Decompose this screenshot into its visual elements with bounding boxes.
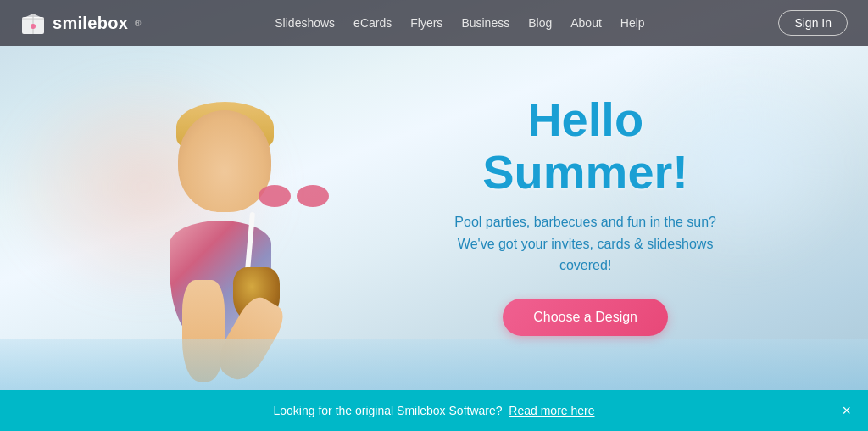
hero-content: Hello Summer! Pool parties, barbecues an… [425, 93, 747, 336]
main-nav: Slideshows eCards Flyers Business Blog A… [275, 16, 644, 30]
banner-text: Looking for the original Smilebox Softwa… [274, 404, 595, 417]
header: smilebox® Slideshows eCards Flyers Busin… [0, 0, 868, 46]
pool-area [0, 339, 868, 390]
signin-button[interactable]: Sign In [778, 10, 848, 36]
child-glasses-right [297, 185, 329, 207]
hero-section: Hello Summer! Pool parties, barbecues an… [0, 0, 868, 390]
child-glasses-left [259, 185, 291, 207]
nav-item-help[interactable]: Help [620, 16, 645, 30]
banner-close-button[interactable]: × [842, 403, 851, 418]
cta-choose-design-button[interactable]: Choose a Design [503, 299, 668, 336]
nav-item-business[interactable]: Business [461, 16, 509, 30]
logo-area[interactable]: smilebox® [20, 10, 141, 36]
svg-point-4 [31, 24, 36, 29]
hero-subtitle-line3: covered! [559, 258, 611, 272]
hero-title: Hello Summer! [425, 93, 747, 198]
hero-child-image [51, 34, 373, 390]
nav-item-about[interactable]: About [570, 16, 602, 30]
nav-item-blog[interactable]: Blog [528, 16, 552, 30]
hero-subtitle: Pool parties, barbecues and fun in the s… [425, 211, 747, 277]
banner-read-more-link[interactable]: Read more here [509, 404, 594, 417]
nav-item-ecards[interactable]: eCards [353, 16, 392, 30]
nav-item-slideshows[interactable]: Slideshows [275, 16, 335, 30]
banner-message: Looking for the original Smilebox Softwa… [274, 404, 503, 417]
hero-subtitle-line1: Pool parties, barbecues and fun in the s… [454, 215, 716, 229]
bottom-banner: Looking for the original Smilebox Softwa… [0, 390, 868, 431]
logo-trademark: ® [135, 19, 141, 28]
hero-subtitle-line2: We've got your invites, cards & slidesho… [458, 237, 714, 251]
logo-text: smilebox [53, 14, 128, 33]
nav-item-flyers[interactable]: Flyers [410, 16, 442, 30]
smilebox-logo-icon [20, 10, 46, 36]
child-head [178, 110, 271, 212]
